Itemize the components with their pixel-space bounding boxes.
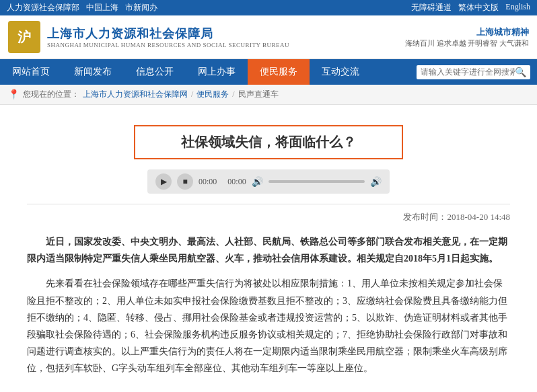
search-bar: 🔍	[417, 65, 530, 79]
article-title-box: 社保领域失信，将面临什么？	[134, 125, 403, 159]
nav-items: 网站首页 新闻发布 信息公开 网上办事 便民服务 互动交流	[0, 59, 410, 85]
breadcrumb: 📍 您现在的位置： 上海市人力资源和社会保障网 / 便民服务 / 民声直通车	[0, 85, 537, 105]
nav-item-online[interactable]: 网上办事	[186, 59, 248, 85]
nav-item-interact[interactable]: 互动交流	[310, 59, 371, 85]
nav-item-info[interactable]: 信息公开	[124, 59, 186, 85]
top-bar-left: 人力资源社会保障部 中国上海 市新闻办	[7, 2, 157, 13]
search-icon[interactable]: 🔍	[515, 67, 526, 78]
breadcrumb-service[interactable]: 便民服务	[196, 89, 229, 100]
nav-item-service[interactable]: 便民服务	[248, 59, 310, 85]
publish-time: 发布时间：2018-04-20 14:48	[27, 211, 510, 223]
stop-button[interactable]: ■	[177, 173, 193, 190]
breadcrumb-home[interactable]: 上海市人力资源和社会保障网	[83, 89, 188, 100]
top-bar-link-hrss[interactable]: 人力资源社会保障部	[7, 2, 79, 13]
volume-max-icon: 🔊	[370, 176, 382, 188]
top-bar-traditional-chinese[interactable]: 繁体中文版	[458, 2, 499, 13]
audio-progress-bar[interactable]	[268, 180, 365, 183]
main-nav: 网站首页 新闻发布 信息公开 网上办事 便民服务 互动交流 🔍	[0, 59, 537, 85]
logo-icon: 沪	[8, 21, 40, 53]
audio-player: ▶ ■ 00:00 00:00 🔊 🔊	[147, 169, 390, 194]
breadcrumb-sep-2: /	[232, 89, 234, 100]
logo-char: 沪	[17, 28, 31, 46]
spirit-subtitle: 海纳百川 追求卓越 开明睿智 大气谦和	[405, 38, 529, 48]
nav-item-home[interactable]: 网站首页	[0, 59, 62, 85]
content-area: 社保领域失信，将面临什么？ ▶ ■ 00:00 00:00 🔊 🔊 发布时间：2…	[0, 105, 537, 392]
top-bar-accessibility[interactable]: 无障碍通道	[411, 2, 452, 13]
header-right: 上海城市精神 海纳百川 追求卓越 开明睿智 大气谦和	[405, 26, 529, 48]
top-bar: 人力资源社会保障部 中国上海 市新闻办 无障碍通道 繁体中文版 English	[0, 0, 537, 15]
top-bar-english[interactable]: English	[505, 2, 530, 13]
search-input[interactable]	[421, 67, 515, 77]
location-icon: 📍	[8, 89, 20, 100]
divider-top	[27, 204, 510, 204]
audio-time-start: 00:00	[199, 177, 217, 187]
top-bar-right: 无障碍通道 繁体中文版 English	[411, 2, 530, 13]
top-bar-link-shanghai[interactable]: 中国上海	[86, 2, 118, 13]
top-bar-link-news[interactable]: 市新闻办	[125, 2, 157, 13]
article-paragraph-1: 近日，国家发改委、中央文明办、最高法、人社部、民航局、铁路总公司等多部门联合发布…	[27, 233, 510, 267]
audio-time-end: 00:00	[227, 177, 246, 187]
breadcrumb-sep-1: /	[191, 89, 193, 100]
volume-icon[interactable]: 🔊	[252, 176, 263, 188]
breadcrumb-label: 您现在的位置：	[23, 89, 79, 100]
article-paragraph-2: 先来看看在社会保险领域存在哪些严重失信行为将被处以相应限制措施：1、用人单位未按…	[27, 275, 510, 377]
header-left: 沪 上海市人力资源和社会保障局 SHANGHAI MUNICIPAL HUMAN…	[8, 21, 289, 53]
logo-text: 上海市人力资源和社会保障局 SHANGHAI MUNICIPAL HUMAN R…	[47, 26, 289, 48]
header: 沪 上海市人力资源和社会保障局 SHANGHAI MUNICIPAL HUMAN…	[0, 15, 537, 59]
logo-title-cn: 上海市人力资源和社会保障局	[47, 26, 289, 42]
article-title: 社保领域失信，将面临什么？	[181, 134, 356, 149]
nav-item-news[interactable]: 新闻发布	[62, 59, 124, 85]
spirit-title: 上海城市精神	[476, 26, 529, 38]
logo-title-en: SHANGHAI MUNICIPAL HUMAN RESOURCES AND S…	[47, 42, 289, 48]
play-button[interactable]: ▶	[155, 173, 172, 190]
breadcrumb-current: 民声直通车	[238, 89, 279, 100]
article-body: 近日，国家发改委、中央文明办、最高法、人社部、民航局、铁路总公司等多部门联合发布…	[27, 233, 510, 377]
